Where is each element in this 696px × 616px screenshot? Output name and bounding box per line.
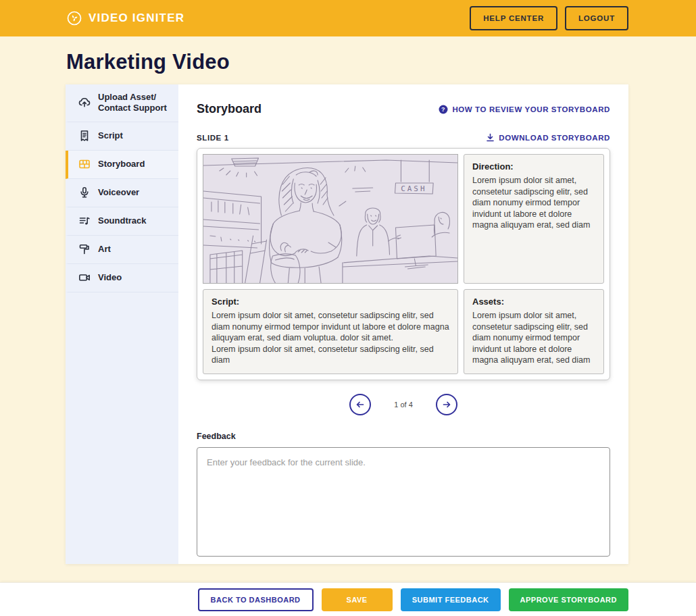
direction-box: Direction: Lorem ipsum dolor sit amet, c…	[464, 154, 604, 284]
sidebar-item-video[interactable]: Video	[66, 264, 178, 292]
microphone-icon	[78, 186, 91, 199]
storyboard-slide-card: CASH Direction: Lorem ipsum dolor sit am…	[197, 148, 610, 380]
sidebar-item-label: Upload Asset/ Contact Support	[98, 92, 167, 114]
slide-label: SLIDE 1	[197, 134, 229, 142]
script-text: Lorem ipsum dolor sit amet, consetetur s…	[212, 310, 449, 366]
paint-roller-icon	[78, 243, 91, 256]
sidebar-item-label: Script	[98, 130, 123, 141]
save-button[interactable]: SAVE	[322, 588, 393, 611]
sidebar-item-storyboard[interactable]: Storyboard	[66, 151, 178, 179]
direction-text: Lorem ipsum dolor sit amet, consetetur s…	[472, 175, 595, 231]
back-to-dashboard-button[interactable]: BACK TO DASHBOARD	[198, 588, 314, 611]
download-storyboard-link[interactable]: DOWNLOAD STORYBOARD	[486, 133, 610, 142]
storyboard-sketch-image: CASH	[203, 154, 458, 284]
download-icon	[486, 133, 495, 142]
submit-feedback-button[interactable]: SUBMIT FEEDBACK	[401, 588, 501, 611]
how-to-review-label: HOW TO REVIEW YOUR STORYBOARD	[452, 105, 610, 113]
download-storyboard-label: DOWNLOAD STORYBOARD	[499, 134, 610, 142]
direction-title: Direction:	[472, 161, 595, 172]
feedback-textarea[interactable]	[197, 447, 610, 557]
top-bar: VIDEO IGNITER HELP CENTER LOGOUT	[0, 0, 696, 36]
approve-storyboard-button[interactable]: APPROVE STORYBOARD	[509, 588, 628, 611]
script-icon	[78, 130, 91, 143]
cloud-upload-icon	[78, 97, 91, 109]
how-to-review-link[interactable]: ? HOW TO REVIEW YOUR STORYBOARD	[439, 105, 610, 114]
brand-logo: VIDEO IGNITER	[66, 9, 184, 27]
question-circle-icon: ?	[439, 105, 448, 114]
section-heading: Storyboard	[197, 102, 262, 116]
help-center-button[interactable]: HELP CENTER	[470, 6, 557, 30]
sidebar-item-label: Storyboard	[98, 159, 145, 170]
video-igniter-logo-icon	[66, 9, 83, 27]
script-title: Script:	[212, 296, 449, 307]
sidebar-item-label: Art	[98, 244, 111, 255]
sidebar-item-upload-asset[interactable]: Upload Asset/ Contact Support	[66, 84, 178, 122]
logout-button[interactable]: LOGOUT	[565, 6, 628, 30]
main-panel: Upload Asset/ Contact Support Script Sto…	[66, 84, 628, 564]
svg-text:?: ?	[441, 106, 445, 113]
sidebar-item-voiceover[interactable]: Voiceover	[66, 179, 178, 207]
feedback-label: Feedback	[197, 432, 610, 441]
sidebar-item-label: Soundtrack	[98, 215, 147, 226]
action-bar: BACK TO DASHBOARD SAVE SUBMIT FEEDBACK A…	[0, 582, 696, 616]
assets-title: Assets:	[472, 296, 595, 307]
content-area: Storyboard ? HOW TO REVIEW YOUR STORYBOA…	[178, 84, 628, 564]
soundtrack-icon	[78, 215, 91, 228]
sidebar-item-label: Voiceover	[98, 187, 139, 198]
cash-sign-text: CASH	[401, 184, 426, 193]
assets-text: Lorem ipsum dolor sit amet, consetetur s…	[472, 310, 595, 366]
slide-pagination: 1 of 4	[197, 394, 610, 415]
sidebar-item-label: Video	[98, 272, 122, 283]
previous-slide-button[interactable]	[349, 394, 371, 415]
brand-name: VIDEO IGNITER	[89, 11, 184, 25]
sidebar: Upload Asset/ Contact Support Script Sto…	[66, 84, 178, 564]
page-title: Marketing Video	[66, 50, 696, 74]
assets-box: Assets: Lorem ipsum dolor sit amet, cons…	[464, 289, 604, 374]
storyboard-grid-icon	[78, 158, 91, 171]
arrow-left-icon	[355, 399, 366, 410]
video-camera-icon	[78, 272, 91, 284]
sidebar-item-art[interactable]: Art	[66, 236, 178, 264]
slide-counter: 1 of 4	[394, 401, 413, 409]
script-box: Script: Lorem ipsum dolor sit amet, cons…	[203, 289, 458, 374]
next-slide-button[interactable]	[436, 394, 457, 415]
sidebar-item-script[interactable]: Script	[66, 122, 178, 151]
arrow-right-icon	[441, 399, 452, 410]
sidebar-item-soundtrack[interactable]: Soundtrack	[66, 207, 178, 236]
